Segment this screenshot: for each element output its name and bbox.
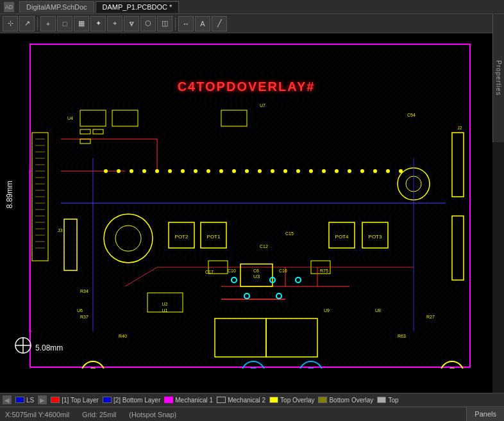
layer-top-overlay: Top Overlay xyxy=(269,397,314,404)
svg-point-62 xyxy=(219,169,223,173)
svg-point-61 xyxy=(206,169,210,173)
svg-point-68 xyxy=(296,169,300,173)
coords-display: X:5075mil Y:4600mil xyxy=(5,411,69,418)
svg-point-73 xyxy=(360,169,364,173)
dim-width-label: 5.08mm xyxy=(35,343,63,352)
layer-top-swatch xyxy=(51,397,60,403)
layer-top: [1] Top Layer xyxy=(51,397,99,404)
layer-mech2: Mechanical 2 xyxy=(217,397,265,404)
svg-point-55 xyxy=(130,169,133,173)
svg-text:POT1: POT1 xyxy=(207,234,221,240)
layer-mech2-swatch xyxy=(217,397,226,403)
sep1 xyxy=(37,17,38,30)
svg-text:C17: C17 xyxy=(205,270,214,274)
tool-text[interactable]: A xyxy=(195,16,210,31)
svg-point-54 xyxy=(117,169,121,173)
tool-route[interactable]: ⌖ xyxy=(107,16,122,31)
tool-pad[interactable]: ⬡ xyxy=(140,16,156,31)
layer-prev[interactable]: ◀ xyxy=(3,395,12,404)
layer-ls: LS xyxy=(15,397,34,404)
svg-text:U3: U3 xyxy=(253,274,260,279)
layer-next[interactable]: ▶ xyxy=(38,395,47,404)
svg-text:R75: R75 xyxy=(320,268,328,273)
dim-height-label: 8.89mm xyxy=(5,181,14,208)
panels-button[interactable]: Panels xyxy=(466,407,504,421)
svg-point-72 xyxy=(348,169,351,173)
svg-text:C15: C15 xyxy=(285,231,294,236)
svg-text:R37: R37 xyxy=(80,315,88,319)
tool-place[interactable]: ◫ xyxy=(157,16,172,31)
layer-bottom-overlay: Bottom Overlay xyxy=(318,397,373,404)
origin-marker xyxy=(12,334,35,357)
svg-text:U9: U9 xyxy=(324,308,330,313)
layer-bottom-swatch xyxy=(103,397,112,403)
grid-display: Grid: 25mil xyxy=(82,411,116,418)
svg-text:C10: C10 xyxy=(228,268,236,273)
layer-top-short: Top xyxy=(377,397,398,404)
tab-bar: DigitalAMP.SchDoc DAMP_P1.PCBDOC * xyxy=(19,1,179,13)
tool-add[interactable]: + xyxy=(40,16,56,31)
svg-text:POT4: POT4 xyxy=(335,234,349,240)
status-bar: X:5075mil Y:4600mil Grid: 25mil (Hotspot… xyxy=(0,407,504,421)
tool-select[interactable]: ⊹ xyxy=(3,16,18,31)
tool-rect[interactable]: □ xyxy=(57,16,72,31)
svg-point-71 xyxy=(335,169,339,173)
layer-bar: ◀ LS ▶ [1] Top Layer [2] Bottom Layer Me… xyxy=(0,393,504,407)
layer-bottom: [2] Bottom Layer xyxy=(103,397,160,404)
svg-point-56 xyxy=(142,169,146,173)
svg-point-58 xyxy=(168,169,172,173)
svg-text:R63: R63 xyxy=(398,334,406,338)
canvas-area[interactable]: C4TOPDOVERLAY# POT2 POT1 POT4 POT3 xyxy=(0,33,492,405)
snap-display: (Hotspot Snap) xyxy=(129,411,176,418)
layer-top-overlay-swatch xyxy=(269,397,278,403)
svg-text:U1: U1 xyxy=(162,308,168,313)
svg-point-74 xyxy=(373,169,377,173)
sep2 xyxy=(175,17,176,30)
svg-text:C12: C12 xyxy=(260,244,268,249)
svg-text:U8: U8 xyxy=(375,308,381,313)
pcb-overlay-title: C4TOPDOVERLAY# xyxy=(0,79,492,94)
tool-diff[interactable]: ⛛ xyxy=(124,16,139,31)
properties-panel-tab[interactable]: Properties xyxy=(492,14,504,142)
svg-text:U2: U2 xyxy=(162,302,168,306)
svg-text:U7: U7 xyxy=(260,103,265,108)
layer-mech1-swatch xyxy=(164,397,173,403)
tool-measure[interactable]: ↔ xyxy=(178,16,194,31)
tool-line[interactable]: ╱ xyxy=(212,16,227,31)
svg-text:POT2: POT2 xyxy=(175,234,189,240)
svg-point-59 xyxy=(181,169,185,173)
svg-point-76 xyxy=(399,169,403,173)
toolbar: ⊹ ↗ + □ ▦ ✦ ⌖ ⛛ ⬡ ◫ ↔ A ╱ xyxy=(0,14,504,33)
svg-point-64 xyxy=(245,169,249,173)
layer-ls-swatch xyxy=(15,397,24,403)
svg-text:R40: R40 xyxy=(119,334,127,338)
layer-top-short-swatch xyxy=(377,397,386,403)
app-icon: AD xyxy=(4,2,14,12)
svg-point-60 xyxy=(194,169,197,173)
svg-text:U6: U6 xyxy=(77,308,83,313)
title-bar: AD DigitalAMP.SchDoc DAMP_P1.PCBDOC * xyxy=(0,0,504,14)
svg-text:C16: C16 xyxy=(279,268,287,273)
tab-pcb[interactable]: DAMP_P1.PCBDOC * xyxy=(96,1,180,13)
svg-text:U4: U4 xyxy=(67,116,73,120)
svg-point-57 xyxy=(155,169,159,173)
layer-mech1: Mechanical 1 xyxy=(164,397,213,404)
svg-point-63 xyxy=(232,169,236,173)
svg-point-53 xyxy=(104,169,108,173)
tool-cut[interactable]: ✦ xyxy=(90,16,106,31)
svg-text:R27: R27 xyxy=(426,315,435,319)
svg-text:J3: J3 xyxy=(58,228,63,233)
svg-text:J2: J2 xyxy=(457,126,462,130)
svg-point-70 xyxy=(322,169,326,173)
tool-move[interactable]: ↗ xyxy=(19,16,35,31)
tool-chart[interactable]: ▦ xyxy=(74,16,89,31)
svg-point-65 xyxy=(258,169,262,173)
svg-text:R34: R34 xyxy=(80,289,88,293)
svg-text:C6: C6 xyxy=(253,268,259,273)
svg-point-69 xyxy=(309,169,313,173)
svg-text:C54: C54 xyxy=(407,113,416,117)
svg-point-75 xyxy=(386,169,390,173)
tab-schematic[interactable]: DigitalAMP.SchDoc xyxy=(19,1,94,13)
svg-point-66 xyxy=(271,169,274,173)
svg-text:POT3: POT3 xyxy=(369,234,382,240)
